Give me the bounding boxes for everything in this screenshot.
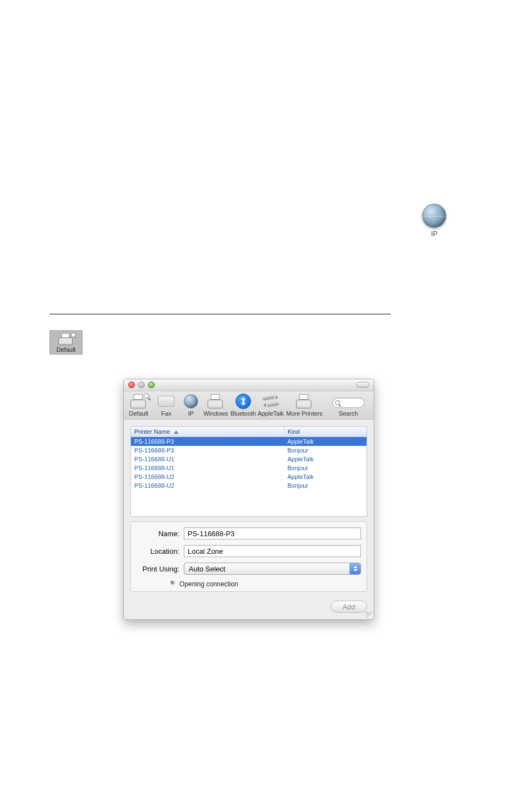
cell-kind: Bonjour <box>284 464 367 472</box>
section-separator <box>50 314 391 314</box>
table-row[interactable]: PS-116688-U2AppleTalk <box>131 472 367 481</box>
add-button[interactable]: Add <box>331 601 367 613</box>
zoom-icon[interactable] <box>148 382 155 388</box>
fax-icon <box>158 396 174 407</box>
column-printer-name[interactable]: Printer Name <box>131 427 284 437</box>
minimize-icon <box>138 382 145 388</box>
toolbar-fax-button[interactable]: Fax <box>152 394 180 418</box>
toolbar-default-button[interactable]: Default <box>125 394 152 418</box>
toolbar-label: Windows <box>204 410 228 417</box>
sort-ascending-icon <box>174 430 178 434</box>
table-row[interactable]: PS-116688-U2Bonjour <box>131 481 367 490</box>
printer-search-icon <box>130 394 147 408</box>
spinner-icon <box>168 580 176 588</box>
toolbar-bluetooth-button[interactable]: Bluetooth <box>229 394 257 418</box>
name-field[interactable]: PS-116688-P3 <box>184 527 361 539</box>
name-label: Name: <box>136 530 184 538</box>
cell-kind: AppleTalk <box>284 455 367 464</box>
browser-toolbar: Default Fax IP Windows Bluetooth AppleTa… <box>124 391 374 419</box>
status-text: Opening connection <box>179 580 238 588</box>
cell-kind: AppleTalk <box>284 472 367 481</box>
toolbar-label: AppleTalk <box>258 410 284 417</box>
search-icon <box>335 400 340 405</box>
printer-icon <box>296 394 313 408</box>
toolbar-label: More Printers <box>286 410 322 417</box>
printer-icon <box>207 394 224 408</box>
cell-kind: AppleTalk <box>284 437 367 446</box>
bluetooth-icon <box>236 394 251 409</box>
table-row[interactable]: PS-116688-U1AppleTalk <box>131 455 367 464</box>
resize-handle-icon[interactable] <box>366 612 373 618</box>
location-field[interactable]: Local Zone <box>184 545 361 557</box>
location-label: Location: <box>136 547 184 555</box>
ip-icon-label: IP <box>420 230 448 238</box>
printer-list[interactable]: Printer Name Kind PS-116688-P3AppleTalkP… <box>130 426 367 517</box>
print-using-popup[interactable]: Auto Select <box>184 563 361 575</box>
cell-printer-name: PS-116688-U2 <box>131 481 284 490</box>
toolbar-appletalk-button[interactable]: AppleTalk <box>257 394 285 418</box>
close-icon[interactable] <box>128 382 135 388</box>
table-row[interactable]: PS-116688-P3Bonjour <box>131 446 367 455</box>
cell-kind: Bonjour <box>284 481 367 490</box>
table-row[interactable]: PS-116688-P3AppleTalk <box>131 437 367 446</box>
cell-printer-name: PS-116688-P3 <box>131 437 284 446</box>
cell-printer-name: PS-116688-U1 <box>131 464 284 472</box>
chevron-updown-icon <box>349 563 360 574</box>
add-printer-window: Default Fax IP Windows Bluetooth AppleTa… <box>123 379 374 620</box>
default-toolbar-icon-clipping: Default <box>50 330 83 355</box>
search-input[interactable] <box>332 397 364 408</box>
cell-printer-name: PS-116688-U1 <box>131 455 284 464</box>
column-kind[interactable]: Kind <box>284 427 367 437</box>
cell-kind: Bonjour <box>284 446 367 455</box>
printer-form: Name: PS-116688-P3 Location: Local Zone … <box>130 521 367 592</box>
globe-icon <box>184 394 198 408</box>
appletalk-icon <box>262 395 279 407</box>
table-row[interactable]: PS-116688-U1Bonjour <box>131 464 367 472</box>
toolbar-label: Bluetooth <box>231 410 256 417</box>
printer-search-icon <box>58 333 74 345</box>
default-icon-label: Default <box>50 346 82 353</box>
ip-toolbar-icon-clipping: IP <box>420 204 448 238</box>
toolbar-pill-icon[interactable] <box>356 382 369 388</box>
globe-icon <box>422 204 446 228</box>
toolbar-label: Fax <box>161 410 171 417</box>
toolbar-more-printers-button[interactable]: More Printers <box>285 394 324 418</box>
cell-printer-name: PS-116688-U2 <box>131 472 284 481</box>
search-label: Search <box>339 410 358 417</box>
toolbar-windows-button[interactable]: Windows <box>202 394 229 418</box>
toolbar-ip-button[interactable]: IP <box>180 394 202 418</box>
toolbar-label: IP <box>188 410 194 417</box>
print-using-label: Print Using: <box>136 565 184 573</box>
window-titlebar[interactable] <box>124 379 374 391</box>
cell-printer-name: PS-116688-P3 <box>131 446 284 455</box>
toolbar-label: Default <box>129 410 149 417</box>
